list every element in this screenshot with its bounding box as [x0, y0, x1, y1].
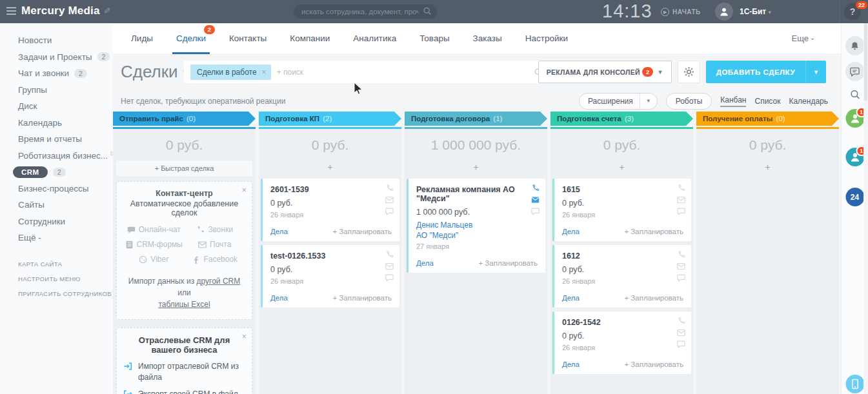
sidebar-item-sites[interactable]: Сайты: [0, 197, 113, 213]
sidebar-item-more[interactable]: Ещё -: [0, 230, 113, 246]
deal-title[interactable]: 0126-1542: [562, 318, 683, 327]
chevron-down-icon[interactable]: ▼: [806, 69, 826, 75]
deal-card[interactable]: 1612 0 руб. 26 января Дела + Запланирова…: [552, 245, 691, 308]
deal-card[interactable]: 2601-1539 0 руб. 26 января Дела + Заплан…: [261, 179, 399, 241]
close-icon[interactable]: ×: [241, 185, 247, 195]
channel-online-chat[interactable]: Онлайн-чат: [123, 225, 185, 234]
column-header[interactable]: Подготовка КП (2): [259, 112, 401, 126]
add-card-button[interactable]: +: [406, 159, 546, 179]
tab-products[interactable]: Товары: [419, 23, 449, 54]
search-icon[interactable]: [423, 6, 432, 15]
deal-activities-link[interactable]: Дела: [416, 259, 434, 267]
user-avatar[interactable]: [715, 3, 733, 21]
add-deal-button[interactable]: ДОБАВИТЬ СДЕЛКУ ▼: [706, 61, 826, 83]
mail-icon[interactable]: [385, 196, 394, 204]
deal-contact-link[interactable]: Денис Мальцев: [416, 220, 538, 230]
page-scrollbar[interactable]: [863, 23, 868, 394]
funnel-selector-button[interactable]: РЕКЛАМА ДЛЯ КОНСОЛЕЙ 2 ▼: [538, 61, 672, 83]
mail-icon[interactable]: [677, 329, 685, 337]
deal-plan-link[interactable]: + Запланировать: [624, 228, 683, 235]
filter-search-input[interactable]: [277, 68, 534, 77]
phone-icon[interactable]: [385, 184, 394, 192]
deal-activities-link[interactable]: Дела: [562, 294, 580, 302]
phone-icon[interactable]: [677, 184, 685, 192]
mail-icon[interactable]: [385, 262, 394, 270]
sidebar-item-employees[interactable]: Сотрудники: [0, 213, 113, 230]
view-list[interactable]: Список: [754, 97, 780, 106]
sidebar-item-news[interactable]: Новости: [0, 32, 113, 49]
deal-plan-link[interactable]: + Запланировать: [478, 259, 538, 267]
sidebar-item-calendar[interactable]: Календарь: [0, 115, 113, 132]
add-card-button[interactable]: +: [552, 159, 692, 179]
chat-icon[interactable]: [677, 208, 685, 215]
deal-activities-link[interactable]: Дела: [270, 294, 288, 302]
rail-search-button[interactable]: [849, 89, 860, 103]
quick-deal-button[interactable]: + Быстрая сделка: [116, 161, 252, 176]
messenger-button[interactable]: [845, 62, 865, 81]
edit-title-icon[interactable]: ✎: [102, 7, 112, 14]
column-header[interactable]: Получение оплаты (0): [696, 112, 839, 126]
deal-card[interactable]: 1615 0 руб. 26 января Дела + Запланирова…: [552, 179, 691, 241]
channel-crm-forms[interactable]: CRM-формы: [123, 240, 185, 249]
configure-menu-link[interactable]: НАСТРОИТЬ МЕНЮ: [0, 271, 113, 286]
sidebar-item-tasks[interactable]: Задачи и Проекты2: [0, 49, 113, 66]
phone-icon[interactable]: [677, 317, 685, 325]
robots-button[interactable]: Роботы: [666, 93, 712, 110]
add-card-button[interactable]: +: [698, 159, 838, 179]
user-menu[interactable]: 1С-Бит ▾: [740, 7, 771, 16]
deal-activities-link[interactable]: Дела: [562, 360, 580, 368]
tabs-more[interactable]: Еще -: [792, 34, 814, 43]
sidebar-item-crm[interactable]: CRM2: [0, 164, 113, 181]
deal-company-link[interactable]: АО "Медси": [416, 230, 538, 241]
notifications-button[interactable]: [845, 36, 865, 55]
deal-plan-link[interactable]: + Запланировать: [332, 228, 392, 235]
sidebar-item-groups[interactable]: Группы: [0, 82, 113, 99]
sidebar-item-rpa[interactable]: Роботизация бизнес...beta: [0, 148, 113, 164]
deal-plan-link[interactable]: + Запланировать: [624, 360, 683, 368]
deal-title[interactable]: 1615: [562, 185, 683, 194]
channel-viber[interactable]: Viber: [123, 255, 185, 264]
hamburger-menu-icon[interactable]: [6, 7, 16, 17]
channel-calls[interactable]: Звонки: [185, 225, 246, 234]
global-search-input[interactable]: [294, 5, 437, 19]
invite-employees-link[interactable]: ПРИГЛАСИТЬ СОТРУДНИКОВ: [0, 286, 113, 301]
chat-icon[interactable]: [677, 340, 685, 348]
tab-analytics[interactable]: Аналитика: [353, 23, 396, 54]
deal-activities-link[interactable]: Дела: [562, 228, 580, 235]
start-workday-button[interactable]: ▶ НАЧАТЬ: [661, 8, 701, 16]
excel-link[interactable]: таблицы Excel: [158, 300, 210, 309]
deal-card[interactable]: test-0126.1533 0 руб. 26 января Дела + З…: [261, 245, 399, 308]
sidebar-item-business-processes[interactable]: Бизнес-процессы: [0, 181, 113, 197]
phone-icon[interactable]: [385, 251, 394, 259]
mobile-app-button[interactable]: [845, 375, 864, 393]
work-clock[interactable]: 14:13: [602, 1, 652, 22]
tab-settings[interactable]: Настройки: [525, 23, 568, 54]
chat-icon[interactable]: [531, 208, 540, 215]
close-icon[interactable]: ×: [241, 331, 247, 341]
settings-gear-button[interactable]: [678, 61, 700, 83]
view-calendar[interactable]: Календарь: [789, 97, 828, 106]
online-user-teal[interactable]: 1: [845, 148, 864, 166]
sidebar-item-time-reports[interactable]: Время и отчеты: [0, 131, 113, 148]
tab-companies[interactable]: Компании: [290, 23, 330, 54]
industry-export-item[interactable]: Экспорт своей CRM в файл: [123, 389, 245, 394]
tab-leads[interactable]: Лиды: [131, 23, 153, 54]
deal-title[interactable]: 1612: [562, 251, 683, 261]
deal-plan-link[interactable]: + Запланировать: [332, 294, 392, 302]
online-user-green[interactable]: 1: [845, 109, 864, 128]
chevron-down-icon[interactable]: ▼: [640, 98, 657, 104]
channel-mail[interactable]: Почта: [185, 240, 246, 249]
tab-contacts[interactable]: Контакты: [229, 23, 267, 54]
deal-activities-link[interactable]: Дела: [270, 228, 288, 235]
tab-orders[interactable]: Заказы: [473, 23, 502, 54]
column-header[interactable]: Подготовка счета (3): [550, 112, 693, 126]
deal-card[interactable]: 0126-1542 0 руб. 26 января Дела + Заплан…: [552, 311, 691, 374]
chat-icon[interactable]: [385, 274, 394, 282]
tab-deals[interactable]: Сделки2: [176, 23, 206, 54]
channel-facebook[interactable]: Facebook: [185, 255, 246, 264]
sidebar-item-drive[interactable]: Диск: [0, 98, 113, 115]
sidebar-item-chat[interactable]: Чат и звонки2: [0, 65, 113, 82]
mail-icon[interactable]: [531, 196, 540, 204]
mail-icon[interactable]: [677, 196, 685, 204]
column-header[interactable]: Отправить прайс (0): [113, 112, 256, 126]
